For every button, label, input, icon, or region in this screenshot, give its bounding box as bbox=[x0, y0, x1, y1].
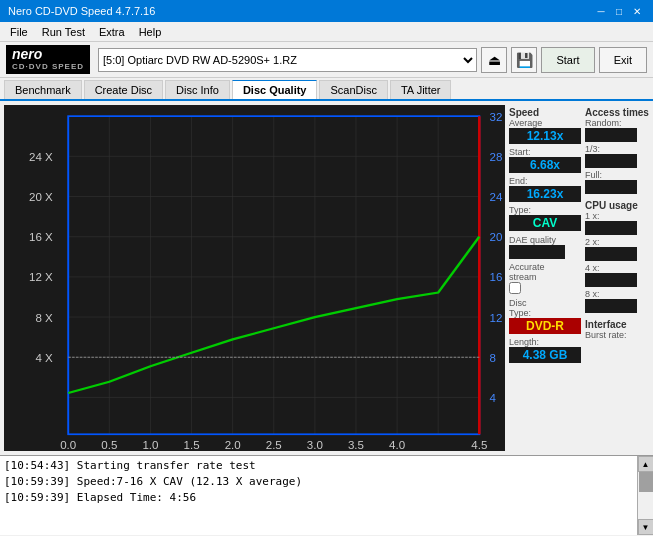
svg-text:4.0: 4.0 bbox=[389, 439, 405, 450]
length-value: 4.38 GB bbox=[509, 347, 581, 363]
save-icon-button[interactable]: 💾 bbox=[511, 47, 537, 73]
svg-text:4: 4 bbox=[490, 393, 496, 404]
scroll-track bbox=[638, 472, 653, 519]
maximize-button[interactable]: □ bbox=[611, 3, 627, 19]
stream-label: stream bbox=[509, 272, 581, 282]
accurate-stream-checkbox[interactable] bbox=[509, 282, 521, 294]
svg-text:2.0: 2.0 bbox=[225, 439, 241, 450]
log-line-0: [10:54:43] Starting transfer rate test bbox=[4, 458, 633, 474]
full-label: Full: bbox=[585, 170, 649, 180]
drive-select[interactable]: [5:0] Optiarc DVD RW AD-5290S+ 1.RZ bbox=[98, 48, 477, 72]
random-label: Random: bbox=[585, 118, 649, 128]
cpu-8x-box bbox=[585, 299, 637, 313]
log-line-2: [10:59:39] Elapsed Time: 4:56 bbox=[4, 490, 633, 506]
svg-text:8: 8 bbox=[490, 352, 496, 363]
length-label: Length: bbox=[509, 337, 581, 347]
log-scrollbar: ▲ ▼ bbox=[637, 456, 653, 535]
main-content: 24 X 20 X 16 X 12 X 8 X 4 X 32 28 24 20 … bbox=[0, 101, 653, 455]
tab-scan-disc[interactable]: ScanDisc bbox=[319, 80, 387, 99]
svg-text:16 X: 16 X bbox=[29, 232, 53, 243]
svg-text:24: 24 bbox=[490, 192, 503, 203]
start-value: 6.68x bbox=[509, 157, 581, 173]
cpu-1x-label: 1 x: bbox=[585, 211, 649, 221]
access-times-header: Access times bbox=[585, 107, 649, 118]
right-panel: Speed Average 12.13x Start: 6.68x End: 1… bbox=[505, 101, 653, 455]
svg-text:4.5: 4.5 bbox=[471, 439, 487, 450]
disc-type-value: DVD-R bbox=[509, 318, 581, 334]
svg-text:24 X: 24 X bbox=[29, 152, 53, 163]
eject-icon-button[interactable]: ⏏ bbox=[481, 47, 507, 73]
log-content: [10:54:43] Starting transfer rate test [… bbox=[0, 456, 637, 535]
scroll-down-button[interactable]: ▼ bbox=[638, 519, 654, 535]
speed-header: Speed bbox=[509, 107, 581, 118]
burst-label: Burst rate: bbox=[585, 330, 649, 340]
cpu-2x-label: 2 x: bbox=[585, 237, 649, 247]
chart-svg: 24 X 20 X 16 X 12 X 8 X 4 X 32 28 24 20 … bbox=[4, 105, 505, 451]
average-label: Average bbox=[509, 118, 581, 128]
tabs-bar: Benchmark Create Disc Disc Info Disc Qua… bbox=[0, 78, 653, 101]
svg-text:1.0: 1.0 bbox=[142, 439, 158, 450]
tab-create-disc[interactable]: Create Disc bbox=[84, 80, 163, 99]
access-cpu-col: Access times Random: 1/3: Full: CPU usag… bbox=[585, 105, 649, 363]
type-label: Type: bbox=[509, 205, 581, 215]
svg-text:0.5: 0.5 bbox=[101, 439, 117, 450]
average-value: 12.13x bbox=[509, 128, 581, 144]
nero-logo: nero CD·DVD SPEED bbox=[6, 45, 90, 73]
svg-text:8 X: 8 X bbox=[35, 312, 52, 323]
cpu-8x-label: 8 x: bbox=[585, 289, 649, 299]
interface-header: Interface bbox=[585, 319, 649, 330]
accurate-stream-checkbox-row bbox=[509, 282, 581, 294]
exit-button[interactable]: Exit bbox=[599, 47, 647, 73]
svg-text:20: 20 bbox=[490, 232, 503, 243]
svg-text:16: 16 bbox=[490, 272, 503, 283]
accurate-label: Accurate bbox=[509, 262, 581, 272]
svg-text:2.5: 2.5 bbox=[266, 439, 282, 450]
speed-col-left: Speed Average 12.13x Start: 6.68x End: 1… bbox=[509, 105, 581, 363]
svg-text:3.0: 3.0 bbox=[307, 439, 323, 450]
start-button[interactable]: Start bbox=[541, 47, 594, 73]
cpu-4x-box bbox=[585, 273, 637, 287]
one-third-value-box bbox=[585, 154, 637, 168]
close-button[interactable]: ✕ bbox=[629, 3, 645, 19]
menu-run-test[interactable]: Run Test bbox=[36, 24, 91, 40]
log-area: [10:54:43] Starting transfer rate test [… bbox=[0, 455, 653, 535]
svg-text:4 X: 4 X bbox=[35, 352, 52, 363]
svg-text:28: 28 bbox=[490, 152, 503, 163]
cpu-4x-label: 4 x: bbox=[585, 263, 649, 273]
random-value-box bbox=[585, 128, 637, 142]
end-label: End: bbox=[509, 176, 581, 186]
tab-benchmark[interactable]: Benchmark bbox=[4, 80, 82, 99]
title-bar: Nero CD-DVD Speed 4.7.7.16 ─ □ ✕ bbox=[0, 0, 653, 22]
menu-extra[interactable]: Extra bbox=[93, 24, 131, 40]
svg-text:1.5: 1.5 bbox=[184, 439, 200, 450]
cpu-header: CPU usage bbox=[585, 200, 649, 211]
menu-file[interactable]: File bbox=[4, 24, 34, 40]
svg-text:12: 12 bbox=[490, 312, 503, 323]
minimize-button[interactable]: ─ bbox=[593, 3, 609, 19]
start-label: Start: bbox=[509, 147, 581, 157]
scroll-thumb[interactable] bbox=[639, 472, 653, 492]
log-line-1: [10:59:39] Speed:7-16 X CAV (12.13 X ave… bbox=[4, 474, 633, 490]
tab-disc-info[interactable]: Disc Info bbox=[165, 80, 230, 99]
tab-ta-jitter[interactable]: TA Jitter bbox=[390, 80, 452, 99]
svg-text:20 X: 20 X bbox=[29, 192, 53, 203]
dae-label: DAE quality bbox=[509, 235, 581, 245]
end-value: 16.23x bbox=[509, 186, 581, 202]
svg-rect-0 bbox=[4, 105, 505, 451]
tab-disc-quality[interactable]: Disc Quality bbox=[232, 80, 318, 99]
disc-type-label: Type: bbox=[509, 308, 581, 318]
svg-text:12 X: 12 X bbox=[29, 272, 53, 283]
scroll-up-button[interactable]: ▲ bbox=[638, 456, 654, 472]
svg-text:0.0: 0.0 bbox=[60, 439, 76, 450]
menu-bar: File Run Test Extra Help bbox=[0, 22, 653, 42]
one-third-label: 1/3: bbox=[585, 144, 649, 154]
menu-help[interactable]: Help bbox=[133, 24, 168, 40]
type-value: CAV bbox=[509, 215, 581, 231]
speed-section: Speed Average 12.13x Start: 6.68x End: 1… bbox=[509, 105, 649, 363]
svg-text:3.5: 3.5 bbox=[348, 439, 364, 450]
window-controls: ─ □ ✕ bbox=[593, 3, 645, 19]
disc-type-sub-label: Disc bbox=[509, 298, 581, 308]
dae-value-box bbox=[509, 245, 565, 259]
window-title: Nero CD-DVD Speed 4.7.7.16 bbox=[8, 5, 155, 17]
chart-area: 24 X 20 X 16 X 12 X 8 X 4 X 32 28 24 20 … bbox=[4, 105, 505, 451]
